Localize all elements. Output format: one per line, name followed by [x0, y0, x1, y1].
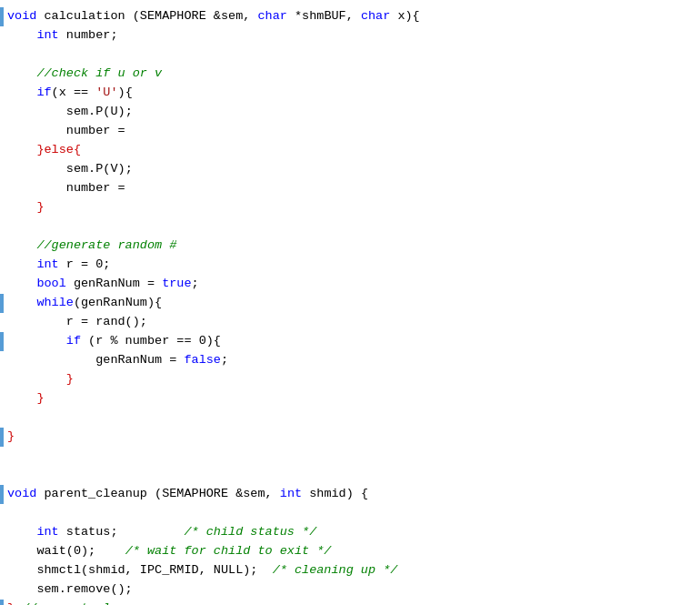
- line-content: }else{: [0, 141, 700, 160]
- line-content: bool genRanNum = true;: [0, 275, 700, 294]
- line-content: [0, 504, 700, 523]
- code-token: while: [36, 296, 74, 309]
- code-line: wait(0); /* wait for child to exit */: [0, 542, 700, 561]
- line-content: [0, 45, 700, 65]
- code-token: [7, 277, 36, 290]
- line-content: [0, 217, 700, 237]
- code-token: ;: [221, 353, 228, 367]
- code-token: SEMAPHORE: [162, 487, 228, 500]
- code-line: [0, 447, 700, 466]
- code-token: int: [36, 28, 58, 42]
- code-token: (: [147, 487, 162, 500]
- code-token: [7, 28, 36, 42]
- code-token: }: [7, 200, 45, 214]
- code-line: //generate random #: [0, 237, 700, 256]
- line-content: int number;: [0, 26, 700, 45]
- code-token: shmctl(shmid, IPC_RMID, NULL);: [7, 563, 273, 577]
- code-token: r = rand();: [7, 315, 147, 328]
- code-token: }: [7, 601, 22, 605]
- code-token: [7, 238, 36, 252]
- line-content: void parent_cleanup (SEMAPHORE &sem, int…: [0, 485, 700, 504]
- line-content: r = rand();: [0, 313, 700, 332]
- code-token: [7, 257, 36, 271]
- line-content: } // parent_cleanup: [0, 600, 700, 605]
- code-token: /* cleaning up */: [273, 563, 398, 577]
- code-token: }: [7, 372, 74, 386]
- code-token: /* wait for child to exit */: [125, 544, 332, 558]
- code-line: }: [0, 198, 700, 217]
- code-token: x){: [390, 9, 419, 23]
- line-content: [0, 466, 700, 485]
- code-token: (U);: [103, 105, 132, 118]
- code-line: int number;: [0, 26, 700, 45]
- code-line: }else{: [0, 141, 700, 160]
- code-token: [7, 143, 36, 156]
- line-content: [0, 447, 700, 466]
- code-line: [0, 408, 700, 428]
- line-content: }: [0, 370, 700, 389]
- line-content: genRanNum = false;: [0, 351, 700, 370]
- code-token: int: [36, 257, 58, 271]
- code-token: number =: [7, 124, 125, 137]
- line-content: }: [0, 389, 700, 408]
- code-token: *shmBUF,: [287, 9, 361, 23]
- code-line: int r = 0;: [0, 256, 700, 275]
- code-line: void parent_cleanup (SEMAPHORE &sem, int…: [0, 485, 700, 504]
- code-line: void calculation (SEMAPHORE &sem, char *…: [0, 7, 700, 26]
- code-line: [0, 45, 700, 65]
- code-line: }: [0, 428, 700, 447]
- line-content: }: [0, 198, 700, 217]
- line-content: shmctl(shmid, IPC_RMID, NULL); /* cleani…: [0, 561, 700, 580]
- code-token: }: [7, 429, 15, 443]
- code-token: genRanNum =: [7, 353, 184, 367]
- code-token: [7, 334, 66, 348]
- code-line: }: [0, 370, 700, 389]
- code-editor: void calculation (SEMAPHORE &sem, char *…: [0, 0, 700, 605]
- code-token: sem.: [7, 162, 95, 176]
- code-token: r = 0;: [59, 257, 111, 271]
- code-token: false: [184, 353, 221, 367]
- code-token: ){: [118, 86, 133, 99]
- line-content: void calculation (SEMAPHORE &sem, char *…: [0, 7, 700, 26]
- code-line: int status; /* child status */: [0, 523, 700, 542]
- code-token: SEMAPHORE: [140, 9, 206, 23]
- code-token: //generate random #: [36, 238, 176, 252]
- code-token: sem.: [7, 105, 95, 118]
- code-line: sem.P(V);: [0, 160, 700, 179]
- code-token: &sem,: [206, 9, 258, 23]
- line-content: [0, 408, 700, 428]
- code-token: [7, 525, 36, 539]
- code-line: [0, 504, 700, 523]
- code-token: }else{: [36, 143, 81, 156]
- code-line: bool genRanNum = true;: [0, 275, 700, 294]
- code-token: }: [7, 391, 45, 405]
- code-token: //check if u or v: [36, 66, 162, 80]
- code-token: if: [36, 86, 51, 99]
- code-token: ;: [192, 277, 199, 290]
- code-line: } // parent_cleanup: [0, 600, 700, 605]
- line-content: if(x == 'U'){: [0, 84, 700, 103]
- line-content: sem.P(U);: [0, 103, 700, 122]
- code-token: calculation: [45, 9, 125, 23]
- line-content: sem.P(V);: [0, 160, 700, 179]
- code-token: (r % number == 0){: [81, 334, 221, 348]
- code-token: char: [361, 9, 390, 23]
- code-token: [7, 66, 36, 80]
- code-line: number =: [0, 122, 700, 141]
- code-line: sem.P(U);: [0, 103, 700, 122]
- code-token: true: [162, 277, 191, 290]
- code-token: void: [7, 9, 45, 23]
- code-token: int: [280, 487, 302, 500]
- code-token: char: [257, 9, 286, 23]
- code-token: &sem,: [228, 487, 280, 500]
- code-token: [7, 86, 36, 99]
- line-content: number =: [0, 179, 700, 198]
- line-content: wait(0); /* wait for child to exit */: [0, 542, 700, 561]
- code-line: number =: [0, 179, 700, 198]
- code-token: // parent_cleanup: [22, 601, 147, 605]
- code-line: while(genRanNum){: [0, 294, 700, 313]
- code-token: void: [7, 487, 45, 500]
- line-content: number =: [0, 122, 700, 141]
- code-token: status;: [59, 525, 185, 539]
- code-token: genRanNum =: [66, 277, 162, 290]
